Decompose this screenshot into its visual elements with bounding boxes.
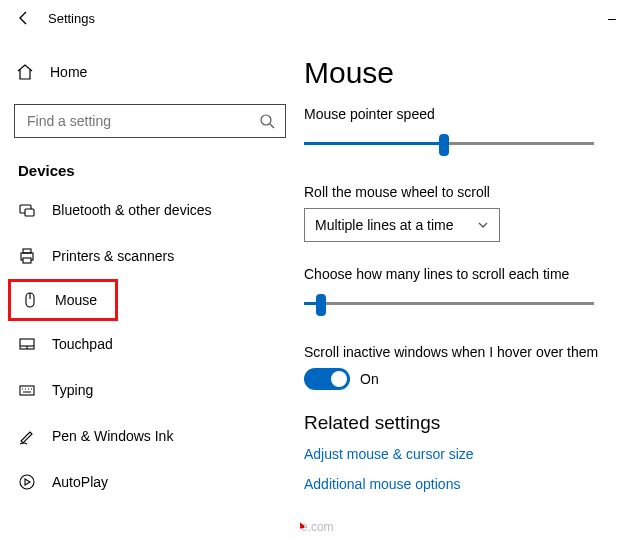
lines-slider[interactable] xyxy=(304,290,594,318)
mouse-icon xyxy=(21,291,39,309)
sidebar-item-label: AutoPlay xyxy=(52,474,108,490)
link-adjust-mouse-size[interactable]: Adjust mouse & cursor size xyxy=(304,446,640,462)
sidebar-item-touchpad[interactable]: Touchpad xyxy=(8,321,292,367)
sidebar: Home Devices Bluetooth & other devices P… xyxy=(0,36,300,540)
sidebar-item-autoplay[interactable]: AutoPlay xyxy=(8,459,292,505)
printer-icon xyxy=(18,247,36,265)
sidebar-item-printers[interactable]: Printers & scanners xyxy=(8,233,292,279)
bluetooth-icon xyxy=(18,201,36,219)
lines-label: Choose how many lines to scroll each tim… xyxy=(304,266,640,282)
titlebar: Settings – xyxy=(0,0,640,36)
watermark: ©howtoedge.com xyxy=(300,520,334,534)
hover-toggle[interactable] xyxy=(304,368,350,390)
wheel-label: Roll the mouse wheel to scroll xyxy=(304,184,640,200)
link-additional-mouse-options[interactable]: Additional mouse options xyxy=(304,476,640,492)
related-heading: Related settings xyxy=(304,412,640,434)
page-title: Mouse xyxy=(304,56,640,90)
sidebar-item-typing[interactable]: Typing xyxy=(8,367,292,413)
sidebar-item-pen[interactable]: Pen & Windows Ink xyxy=(8,413,292,459)
section-devices: Devices xyxy=(18,162,292,179)
sidebar-item-label: Touchpad xyxy=(52,336,113,352)
wheel-select[interactable]: Multiple lines at a time xyxy=(304,208,500,242)
chevron-down-icon xyxy=(477,219,489,231)
wheel-selected-value: Multiple lines at a time xyxy=(315,217,454,233)
main-content: Mouse Mouse pointer speed Roll the mouse… xyxy=(300,36,640,540)
pen-icon xyxy=(18,427,36,445)
search-icon xyxy=(259,113,275,129)
home-label: Home xyxy=(50,64,87,80)
sidebar-item-label: Bluetooth & other devices xyxy=(52,202,212,218)
autoplay-icon xyxy=(18,473,36,491)
sidebar-item-label: Pen & Windows Ink xyxy=(52,428,173,444)
sidebar-item-label: Printers & scanners xyxy=(52,248,174,264)
sidebar-item-label: Mouse xyxy=(55,292,97,308)
search-box[interactable] xyxy=(14,104,286,138)
window-title: Settings xyxy=(48,11,95,26)
svg-rect-12 xyxy=(20,386,34,395)
sidebar-item-bluetooth[interactable]: Bluetooth & other devices xyxy=(8,187,292,233)
svg-rect-5 xyxy=(23,249,31,253)
touchpad-icon xyxy=(18,335,36,353)
minimize-button[interactable]: – xyxy=(592,3,632,33)
svg-rect-3 xyxy=(25,209,34,216)
home-button[interactable]: Home xyxy=(8,52,292,92)
pointer-speed-label: Mouse pointer speed xyxy=(304,106,640,122)
hover-label: Scroll inactive windows when I hover ove… xyxy=(304,344,640,360)
sidebar-item-mouse[interactable]: Mouse xyxy=(8,279,118,321)
search-input[interactable] xyxy=(25,112,259,130)
svg-rect-6 xyxy=(23,258,31,263)
hover-toggle-text: On xyxy=(360,371,379,387)
home-icon xyxy=(16,63,34,81)
sidebar-item-label: Typing xyxy=(52,382,93,398)
back-button[interactable] xyxy=(8,2,40,34)
svg-line-1 xyxy=(270,124,274,128)
svg-point-18 xyxy=(20,475,34,489)
svg-point-0 xyxy=(261,115,271,125)
keyboard-icon xyxy=(18,381,36,399)
pointer-speed-slider[interactable] xyxy=(304,130,594,158)
